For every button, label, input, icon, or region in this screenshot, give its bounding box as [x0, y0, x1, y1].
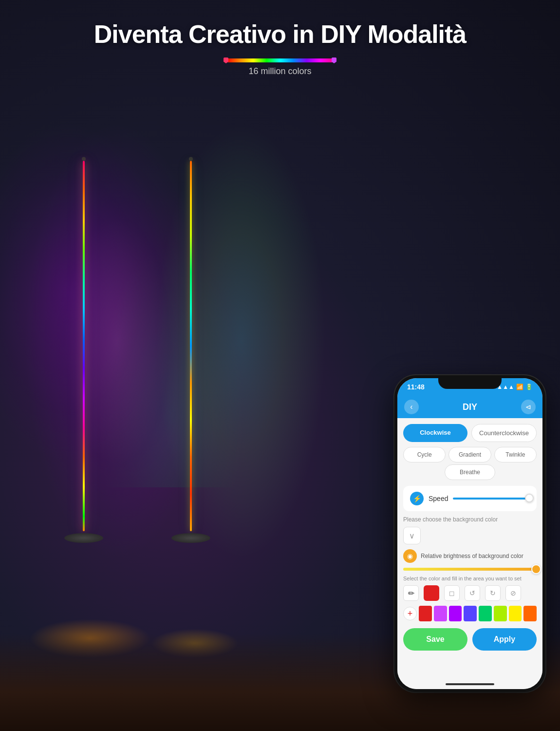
color-tools-label: Select the color and fill in the area yo…: [403, 576, 537, 581]
palette-swatch-2[interactable]: [449, 606, 462, 621]
palette-swatch-6[interactable]: [509, 606, 522, 621]
brightness-icon: ◉: [403, 549, 417, 563]
bg-color-label: Please choose the background color: [403, 516, 537, 523]
breathe-button[interactable]: Breathe: [445, 464, 495, 480]
lamp-glow-right: [156, 122, 326, 560]
palette-swatch-1[interactable]: [434, 606, 447, 621]
lamp-right-base: [171, 533, 210, 543]
share-icon: ⊲: [525, 403, 531, 411]
brightness-slider-row: [403, 568, 537, 571]
lamp-left-base: [64, 533, 103, 543]
header-title: DIY: [463, 402, 477, 412]
color-tools-row: ✏ ◻ ↺ ↻ ⊘: [403, 585, 537, 601]
back-button[interactable]: ‹: [404, 400, 419, 414]
status-time: 11:48: [407, 383, 425, 391]
bg-color-picker[interactable]: ∨: [403, 527, 421, 544]
apply-button[interactable]: Apply: [472, 628, 537, 651]
cycle-button[interactable]: Cycle: [403, 447, 446, 462]
phone: 11:48 ▲▲▲ 📶 🔋 ‹ DIY ⊲: [394, 375, 545, 692]
lamp-right-top: [189, 157, 193, 161]
back-icon: ‹: [410, 403, 412, 411]
battery-icon: 🔋: [525, 384, 533, 390]
phone-notch: [438, 375, 502, 389]
color-label: 16 million colors: [226, 66, 334, 77]
brightness-slider[interactable]: [403, 568, 537, 571]
brightness-section: ◉ Relative brightness of background colo…: [403, 549, 537, 563]
palette-row: +: [403, 606, 537, 621]
wifi-icon: 📶: [516, 384, 523, 390]
brightness-label: Relative brightness of background color: [421, 553, 537, 559]
palette-swatch-5[interactable]: [494, 606, 507, 621]
palette-swatch-4[interactable]: [479, 606, 492, 621]
counterclockwise-button[interactable]: Counterclockwise: [471, 424, 537, 442]
main-title: Diventa Creativo in DIY Modalità: [0, 19, 560, 49]
color-bar-container: 16 million colors: [226, 58, 334, 77]
save-button[interactable]: Save: [403, 628, 467, 651]
scene: Diventa Creativo in DIY Modalità 16 mill…: [0, 0, 560, 731]
palette-swatch-0[interactable]: [419, 606, 432, 621]
brightness-slider-thumb[interactable]: [531, 564, 541, 574]
bottom-buttons: Save Apply: [403, 628, 537, 651]
lamp-left-top: [82, 157, 86, 161]
twinkle-button[interactable]: Twinkle: [494, 447, 537, 462]
home-indicator: [446, 683, 494, 685]
speed-slider-thumb[interactable]: [525, 494, 534, 502]
speed-section: ⚡ Speed: [403, 486, 537, 511]
app-header: ‹ DIY ⊲: [397, 396, 542, 418]
direction-row: Clockwise Counterclockwise: [403, 424, 537, 442]
speed-slider[interactable]: [453, 498, 530, 500]
bg-color-section: Please choose the background color ∨: [403, 516, 537, 544]
lamp-left: [83, 161, 122, 543]
palette-add-button[interactable]: +: [403, 607, 417, 620]
clear-tool[interactable]: ⊘: [505, 585, 521, 601]
color-bar: [226, 58, 334, 62]
undo-tool[interactable]: ↺: [465, 585, 480, 601]
lamp-right: [190, 161, 229, 543]
mode-row-center: Breathe: [403, 464, 537, 480]
app-content[interactable]: Clockwise Counterclockwise Cycle Gradien…: [397, 418, 542, 689]
palette-swatch-7[interactable]: [523, 606, 537, 621]
share-button[interactable]: ⊲: [521, 400, 536, 414]
speed-label: Speed: [429, 495, 448, 502]
redo-tool[interactable]: ↻: [485, 585, 501, 601]
mode-row: Cycle Gradient Twinkle: [403, 447, 537, 462]
title-area: Diventa Creativo in DIY Modalità 16 mill…: [0, 19, 560, 77]
gradient-button[interactable]: Gradient: [448, 447, 491, 462]
lamp-right-stick: [190, 161, 192, 531]
eraser-tool[interactable]: ◻: [444, 585, 460, 601]
palette-swatch-3[interactable]: [464, 606, 477, 621]
speed-icon: ⚡: [410, 492, 424, 505]
lamp-left-stick: [83, 161, 85, 531]
status-icons: ▲▲▲ 📶 🔋: [497, 384, 533, 390]
dropdown-icon: ∨: [409, 531, 415, 540]
paint-tool[interactable]: ✏: [403, 585, 419, 601]
active-color-swatch[interactable]: [424, 585, 439, 601]
clockwise-button[interactable]: Clockwise: [403, 424, 467, 442]
phone-screen: 11:48 ▲▲▲ 📶 🔋 ‹ DIY ⊲: [397, 378, 542, 689]
